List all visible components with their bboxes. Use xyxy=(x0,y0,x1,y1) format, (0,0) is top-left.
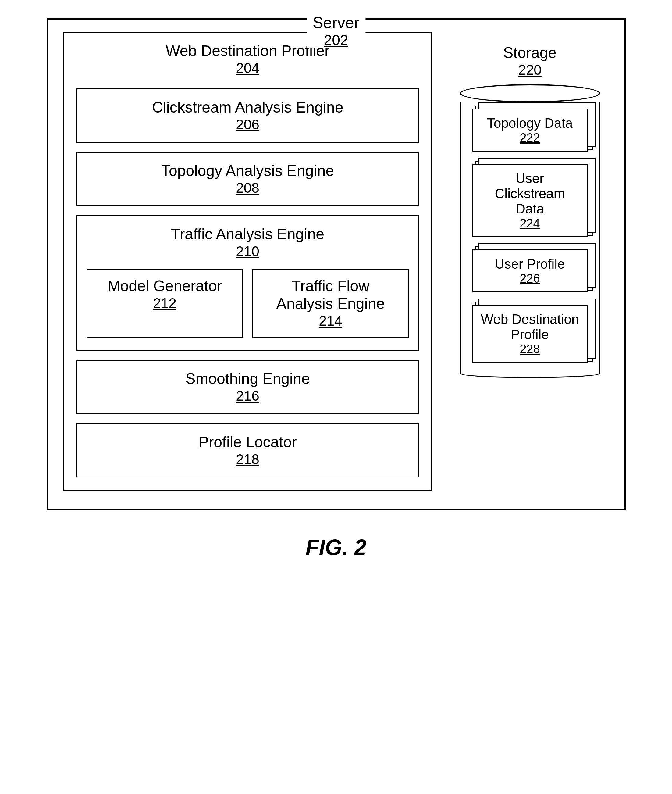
traffic-flow-number: 214 xyxy=(262,313,399,329)
clickstream-number: 206 xyxy=(83,116,412,133)
traffic-flow-box: Traffic Flow Analysis Engine 214 xyxy=(252,269,409,338)
traffic-analysis-header: Traffic Analysis Engine 210 xyxy=(86,225,409,260)
profiler-box: Web Destination Profiler 204 Clickstream… xyxy=(63,32,432,491)
cylinder-bottom xyxy=(460,369,600,378)
profiler-title: Web Destination Profiler xyxy=(165,42,330,59)
web-dest-profile-card: Web Destination Profile 228 xyxy=(472,305,588,363)
web-dest-profile-stack: Web Destination Profile 228 xyxy=(472,305,588,363)
model-generator-title: Model Generator xyxy=(107,277,222,295)
topology-data-title: Topology Data xyxy=(487,115,573,130)
traffic-analysis-number: 210 xyxy=(86,243,409,260)
cylinder: Topology Data 222 User Clickstream Data … xyxy=(460,84,600,378)
traffic-analysis-box: Traffic Analysis Engine 210 Model Genera… xyxy=(77,215,419,351)
right-column: Storage 220 Topology Data 222 xyxy=(451,32,609,491)
server-title: Server xyxy=(313,14,359,31)
topology-data-number: 222 xyxy=(481,131,579,144)
user-profile-card: User Profile 226 xyxy=(472,249,588,292)
profiler-label: Web Destination Profiler 204 xyxy=(77,42,419,76)
left-column: Web Destination Profiler 204 Clickstream… xyxy=(63,32,432,491)
storage-title: Storage xyxy=(503,44,557,61)
sub-boxes: Model Generator 212 Traffic Flow Analysi… xyxy=(86,269,409,338)
user-clickstream-stack: User Clickstream Data 224 xyxy=(472,164,588,237)
clickstream-box: Clickstream Analysis Engine 206 xyxy=(77,88,419,143)
profile-locator-title: Profile Locator xyxy=(198,433,296,451)
traffic-analysis-title: Traffic Analysis Engine xyxy=(171,226,324,243)
model-generator-number: 212 xyxy=(97,295,233,311)
server-number: 202 xyxy=(313,32,359,48)
storage-number: 220 xyxy=(503,62,557,78)
profile-locator-box: Profile Locator 218 xyxy=(77,423,419,478)
topology-data-card: Topology Data 222 xyxy=(472,109,588,152)
topology-number: 208 xyxy=(83,180,412,196)
fig-label: FIG. 2 xyxy=(306,535,366,560)
topology-title: Topology Analysis Engine xyxy=(161,162,334,179)
server-container: Server 202 Web Destination Profiler 204 … xyxy=(46,18,626,510)
cylinder-top xyxy=(460,84,600,103)
smoothing-number: 216 xyxy=(83,388,412,404)
smoothing-box: Smoothing Engine 216 xyxy=(77,360,419,414)
topology-box: Topology Analysis Engine 208 xyxy=(77,152,419,206)
user-clickstream-card: User Clickstream Data 224 xyxy=(472,164,588,237)
storage-label: Storage 220 xyxy=(503,44,557,78)
profile-locator-number: 218 xyxy=(83,451,412,467)
user-clickstream-number: 224 xyxy=(481,217,579,230)
user-profile-number: 226 xyxy=(481,272,579,286)
user-profile-stack: User Profile 226 xyxy=(472,249,588,292)
web-dest-profile-title: Web Destination Profile xyxy=(481,312,579,342)
smoothing-title: Smoothing Engine xyxy=(185,370,310,387)
model-generator-box: Model Generator 212 xyxy=(86,269,243,338)
topology-data-stack: Topology Data 222 xyxy=(472,109,588,152)
clickstream-title: Clickstream Analysis Engine xyxy=(152,99,343,116)
user-profile-title: User Profile xyxy=(495,257,565,271)
profiler-number: 204 xyxy=(77,60,419,76)
traffic-flow-title: Traffic Flow Analysis Engine xyxy=(277,277,385,312)
cylinder-sides: Topology Data 222 User Clickstream Data … xyxy=(460,103,600,369)
user-clickstream-title: User Clickstream Data xyxy=(495,171,565,216)
server-label: Server 202 xyxy=(307,13,365,48)
web-dest-profile-number: 228 xyxy=(481,342,579,356)
